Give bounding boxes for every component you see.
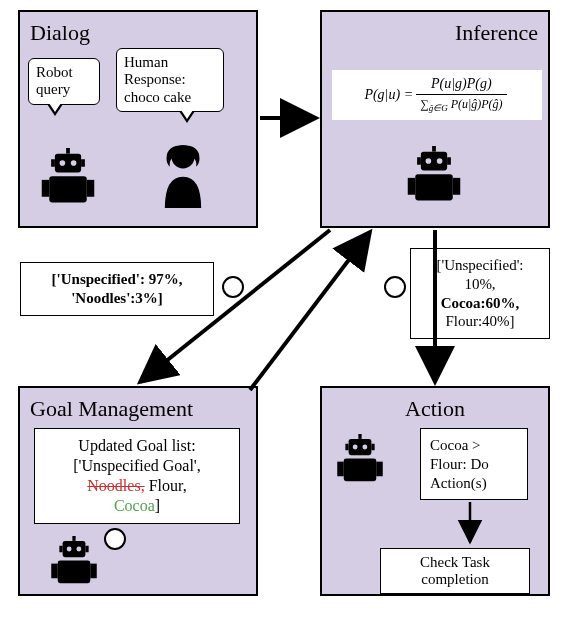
thought-circle-icon [104,528,126,550]
svg-rect-19 [408,178,416,195]
human-response-bubble: Human Response: choco cake [116,48,224,112]
robot-icon [48,536,100,588]
robot-icon [334,434,386,486]
svg-rect-39 [337,462,344,477]
svg-rect-14 [417,157,421,165]
svg-rect-20 [453,178,461,195]
edge-right-line4: Flour:40%] [445,313,514,329]
svg-rect-28 [58,560,91,583]
goal-line1: Updated Goal list: [44,436,230,456]
svg-rect-0 [55,154,81,173]
goal-flour: Flour, [145,477,187,494]
svg-point-32 [353,445,358,450]
edge-right-line3: Cocoa:60%, [441,295,520,311]
svg-rect-18 [415,174,453,200]
svg-point-2 [71,160,77,166]
svg-rect-25 [85,546,88,553]
action-check-text: Check Task completion [420,554,490,587]
action-title: Action [332,396,538,422]
action-decision-text: Cocoa > Flour: Do Action(s) [430,437,489,491]
edge-left-label: ['Unspecified': 97%, 'Noodles':3%] [20,262,214,316]
edge-left-line1: ['Unspecified': 97%, [52,271,183,287]
edge-right-label: ['Unspecified': 10%, Cocoa:60%, Flour:40… [410,248,550,339]
svg-rect-8 [42,180,50,197]
svg-rect-38 [344,458,377,481]
svg-point-22 [67,547,72,552]
svg-rect-4 [81,159,85,167]
human-response-text: Human Response: choco cake [124,54,191,105]
formula-numerator: P(u|g)P(g) [416,76,507,95]
goal-title: Goal Management [30,396,246,422]
svg-point-13 [437,158,443,164]
inference-title: Inference [332,20,538,46]
svg-rect-21 [63,541,86,557]
action-decision-box: Cocoa > Flour: Do Action(s) [420,428,528,500]
goal-noodles-strike: Noodles, [87,477,144,494]
action-panel: Action Cocoa > Flour: Do Action(s) Check… [320,386,550,596]
svg-point-1 [60,160,66,166]
inference-formula: P(g|u) = P(u|g)P(g) ∑ĝ∈G P(u|ĝ)P(ĝ) [332,70,542,120]
goal-tail: ] [155,497,160,514]
svg-rect-7 [49,176,87,202]
goal-list-box: Updated Goal list: ['Unspecified Goal', … [34,428,240,524]
inference-panel: Inference P(g|u) = P(u|g)P(g) ∑ĝ∈G P(u|ĝ… [320,10,550,228]
formula-lhs: P(g|u) = [364,87,413,103]
edge-left-line2: 'Noodles':3%] [71,290,163,306]
svg-rect-24 [59,546,62,553]
svg-rect-15 [447,157,451,165]
goal-cocoa: Cocoa [114,497,155,514]
action-check-box: Check Task completion [380,548,530,594]
svg-rect-11 [421,152,447,171]
thought-circle-icon [384,276,406,298]
svg-point-12 [426,158,432,164]
goal-line2: ['Unspecified Goal', [44,456,230,476]
svg-point-33 [362,445,367,450]
dialog-panel: Dialog Robot query Human Response: choco… [18,10,258,228]
svg-rect-31 [349,439,372,455]
edge-right-line2: 10%, [464,276,495,292]
arrow-goal-to-inference [250,232,370,390]
edge-right-line1: ['Unspecified': [436,257,523,273]
svg-rect-40 [376,462,383,477]
formula-denominator: ∑ĝ∈G P(u|ĝ)P(ĝ) [416,95,507,113]
svg-rect-29 [51,564,58,579]
robot-icon [38,148,98,208]
svg-rect-9 [87,180,95,197]
svg-rect-35 [371,444,374,451]
robot-icon [404,146,464,206]
dialog-title: Dialog [30,20,246,46]
robot-query-bubble: Robot query [28,58,100,105]
person-icon [156,142,210,208]
svg-rect-30 [90,564,97,579]
svg-rect-34 [345,444,348,451]
goal-management-panel: Goal Management Updated Goal list: ['Uns… [18,386,258,596]
svg-rect-3 [51,159,55,167]
goal-line2a: ['Unspecified Goal', [73,457,201,474]
robot-query-text: Robot query [36,64,73,97]
svg-point-23 [76,547,81,552]
thought-circle-icon [222,276,244,298]
